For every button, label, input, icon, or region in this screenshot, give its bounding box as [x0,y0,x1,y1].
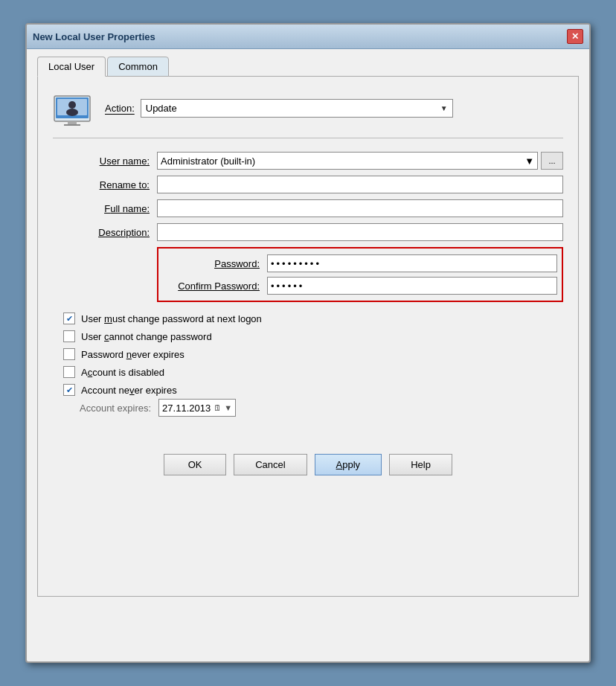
account-never-expires-label: Account never expires [81,385,177,396]
description-row: Description: [53,223,563,241]
fullname-input[interactable] [157,199,563,217]
never-expires-label: Password never expires [81,349,185,360]
svg-point-6 [66,109,78,116]
username-dropdown-arrow-icon: ▼ [524,156,534,167]
tab-list: Local User Common [37,57,579,77]
tab-common[interactable]: Common [107,57,169,77]
action-label: Action: [105,103,135,114]
fullname-row: Full name: [53,199,563,217]
rename-label: Rename to: [53,179,157,190]
username-input-row: Administrator (built-in) ▼ ... [157,152,563,170]
must-change-checkbox[interactable] [63,312,75,324]
expires-date-value: 27.11.2013 [162,403,211,414]
confirm-password-row: Confirm Password: [163,277,557,295]
expires-row: Account expires: 27.11.2013 🗓 ▼ [53,399,563,417]
description-label: Description: [53,227,157,238]
rename-input[interactable] [157,176,563,193]
rename-row: Rename to: [53,176,563,193]
password-row: Password: [163,254,557,272]
window-title: New Local User Properties [33,31,155,42]
ok-button[interactable]: OK [164,454,226,475]
user-icon [53,89,92,127]
username-dropdown[interactable]: Administrator (built-in) ▼ [157,152,538,170]
password-input[interactable] [267,254,557,272]
dropdown-arrow-icon: ▼ [440,104,448,112]
username-row: User name: Administrator (built-in) ▼ ..… [53,152,563,170]
checkbox-must-change: User must change password at next logon [63,312,563,324]
title-bar: New Local User Properties ✕ [27,25,589,49]
checkbox-account-never-expires: Account never expires [63,384,563,396]
checkbox-disabled: Account is disabled [63,366,563,378]
confirm-password-label: Confirm Password: [163,281,267,292]
description-input[interactable] [157,223,563,241]
username-value: Administrator (built-in) [161,156,255,167]
password-label: Password: [163,258,267,269]
disabled-label: Account is disabled [81,367,164,378]
svg-rect-4 [64,124,80,126]
username-label: User name: [53,156,157,167]
browse-button[interactable]: ... [541,152,563,170]
form-section: User name: Administrator (built-in) ▼ ..… [53,152,563,302]
cannot-change-checkbox[interactable] [63,330,75,342]
password-box: Password: Confirm Password: [157,247,563,302]
checkbox-section: User must change password at next logon … [53,312,563,396]
checkbox-never-expires: Password never expires [63,348,563,360]
calendar-icon: 🗓 ▼ [214,403,232,412]
password-section-row: Password: Confirm Password: [53,247,563,302]
action-value: Update [146,103,177,114]
checkbox-cannot-change: User cannot change password [63,330,563,342]
never-expires-checkbox[interactable] [63,348,75,360]
disabled-checkbox[interactable] [63,366,75,378]
expires-date-input[interactable]: 27.11.2013 🗓 ▼ [158,399,236,417]
tab-local-user[interactable]: Local User [37,57,106,77]
main-window: New Local User Properties ✕ Local User C… [25,23,591,663]
close-button[interactable]: ✕ [567,29,583,44]
fullname-label: Full name: [53,203,157,214]
window-content: Local User Common Action: [27,49,589,607]
svg-rect-3 [68,121,77,124]
tab-panel-local-user: Action: Update ▼ User name: Administrato [37,76,579,597]
cancel-button[interactable]: Cancel [234,454,307,475]
expires-label: Account expires: [80,403,151,414]
action-dropdown[interactable]: Update ▼ [141,99,453,118]
footer-buttons: OK Cancel Apply Help [53,446,563,480]
apply-button[interactable]: Apply [315,454,382,475]
svg-point-5 [68,101,76,109]
action-row: Action: Update ▼ [53,89,563,138]
confirm-password-input[interactable] [267,277,557,295]
must-change-label: User must change password at next logon [81,313,262,324]
help-button[interactable]: Help [389,454,452,475]
account-never-expires-checkbox[interactable] [63,384,75,396]
cannot-change-label: User cannot change password [81,331,212,342]
